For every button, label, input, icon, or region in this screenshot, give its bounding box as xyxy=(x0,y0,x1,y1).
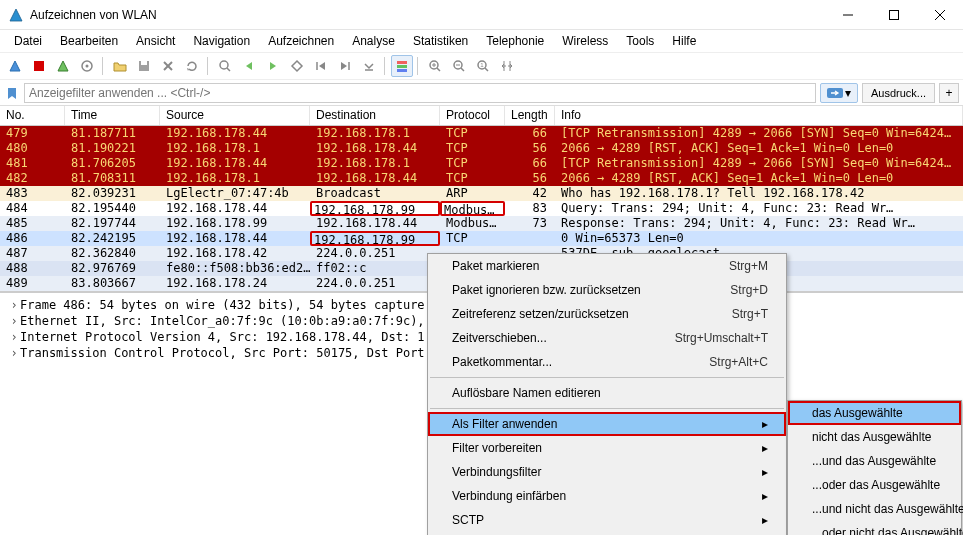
titlebar: Aufzeichnen von WLAN xyxy=(0,0,963,30)
svg-rect-17 xyxy=(397,65,407,68)
packet-row[interactable]: 48081.190221192.168.178.1192.168.178.44T… xyxy=(0,141,963,156)
context-menu-item[interactable]: Verbindungsfilter▸ xyxy=(428,460,786,484)
packet-row[interactable]: 48582.197744192.168.178.99192.168.178.44… xyxy=(0,216,963,231)
svg-line-12 xyxy=(227,68,230,71)
packet-row[interactable]: 48181.706205192.168.178.44192.168.178.1T… xyxy=(0,156,963,171)
col-header-time[interactable]: Time xyxy=(65,106,160,125)
context-menu-item[interactable]: Paket markierenStrg+M xyxy=(428,254,786,278)
go-last-icon[interactable] xyxy=(334,55,356,77)
context-menu-item[interactable]: Verbindung einfärben▸ xyxy=(428,484,786,508)
chevron-right-icon[interactable]: › xyxy=(8,329,20,345)
context-submenu-item[interactable]: ...und das Ausgewählte xyxy=(788,449,961,473)
apply-filter-button[interactable]: ▾ xyxy=(820,83,858,103)
menu-navigation[interactable]: Navigation xyxy=(185,32,258,50)
go-to-packet-icon[interactable] xyxy=(286,55,308,77)
svg-rect-4 xyxy=(34,61,44,71)
reload-icon[interactable] xyxy=(181,55,203,77)
context-menu-item[interactable]: Auflösbare Namen editieren xyxy=(428,381,786,405)
add-filter-button[interactable]: + xyxy=(939,83,959,103)
context-menu-item[interactable]: Paket ignorieren bzw. zurücksetzenStrg+D xyxy=(428,278,786,302)
zoom-in-icon[interactable] xyxy=(424,55,446,77)
context-submenu-item[interactable]: ...oder nicht das Ausgewählte xyxy=(788,521,961,535)
context-submenu-item[interactable]: ...und nicht das Ausgewählte xyxy=(788,497,961,521)
zoom-reset-icon[interactable]: 1 xyxy=(472,55,494,77)
packet-row[interactable]: 48281.708311192.168.178.1192.168.178.44T… xyxy=(0,171,963,186)
chevron-right-icon[interactable]: › xyxy=(8,345,20,361)
menu-statistiken[interactable]: Statistiken xyxy=(405,32,476,50)
svg-line-28 xyxy=(485,68,488,71)
context-menu-item[interactable]: SCTP▸ xyxy=(428,508,786,532)
go-first-icon[interactable] xyxy=(310,55,332,77)
zoom-out-icon[interactable] xyxy=(448,55,470,77)
save-file-icon[interactable] xyxy=(133,55,155,77)
packet-row[interactable]: 48682.242195192.168.178.44192.168.178.99… xyxy=(0,231,963,246)
svg-rect-18 xyxy=(397,69,407,72)
context-menu-item[interactable]: Als Filter anwenden▸ xyxy=(428,412,786,436)
packet-row[interactable]: 48382.039231LgElectr_07:47:4bBroadcastAR… xyxy=(0,186,963,201)
svg-line-25 xyxy=(461,68,464,71)
packet-row[interactable]: 47981.187711192.168.178.44192.168.178.1T… xyxy=(0,126,963,141)
bookmark-filter-icon[interactable] xyxy=(4,85,20,101)
colorize-icon[interactable] xyxy=(391,55,413,77)
find-icon[interactable] xyxy=(214,55,236,77)
start-capture-icon[interactable] xyxy=(4,55,26,77)
detail-tcp[interactable]: Transmission Control Protocol, Src Port:… xyxy=(20,345,425,361)
col-header-destination[interactable]: Destination xyxy=(310,106,440,125)
open-file-icon[interactable] xyxy=(109,55,131,77)
minimize-button[interactable] xyxy=(825,0,871,30)
svg-text:1: 1 xyxy=(480,62,484,68)
go-back-icon[interactable] xyxy=(238,55,260,77)
packet-row[interactable]: 48482.195440192.168.178.44192.168.178.99… xyxy=(0,201,963,216)
col-header-info[interactable]: Info xyxy=(555,106,963,125)
autoscroll-icon[interactable] xyxy=(358,55,380,77)
chevron-right-icon[interactable]: › xyxy=(8,297,20,313)
svg-point-11 xyxy=(220,61,228,69)
context-menu-item[interactable]: Filter vorbereiten▸ xyxy=(428,436,786,460)
context-menu-item[interactable]: Zeitverschieben...Strg+Umschalt+T xyxy=(428,326,786,350)
menu-tools[interactable]: Tools xyxy=(618,32,662,50)
filterbar: ▾ Ausdruck... + xyxy=(0,80,963,106)
context-submenu-item[interactable]: nicht das Ausgewählte xyxy=(788,425,961,449)
svg-rect-16 xyxy=(397,61,407,64)
app-icon xyxy=(8,7,24,23)
close-file-icon[interactable] xyxy=(157,55,179,77)
chevron-right-icon[interactable]: › xyxy=(8,313,20,329)
display-filter-input[interactable] xyxy=(24,83,816,103)
detail-frame[interactable]: Frame 486: 54 bytes on wire (432 bits), … xyxy=(20,297,425,313)
stop-capture-icon[interactable] xyxy=(28,55,50,77)
context-menu-item[interactable]: Zeitreferenz setzen/zurücksetzenStrg+T xyxy=(428,302,786,326)
resize-columns-icon[interactable] xyxy=(496,55,518,77)
capture-options-icon[interactable] xyxy=(76,55,98,77)
close-button[interactable] xyxy=(917,0,963,30)
menu-wireless[interactable]: Wireless xyxy=(554,32,616,50)
menu-hilfe[interactable]: Hilfe xyxy=(664,32,704,50)
restart-capture-icon[interactable] xyxy=(52,55,74,77)
svg-rect-8 xyxy=(141,61,147,65)
detail-ip[interactable]: Internet Protocol Version 4, Src: 192.16… xyxy=(20,329,425,345)
svg-rect-1 xyxy=(890,10,899,19)
menu-aufzeichnen[interactable]: Aufzeichnen xyxy=(260,32,342,50)
expression-button[interactable]: Ausdruck... xyxy=(862,83,935,103)
packet-list-header: No. Time Source Destination Protocol Len… xyxy=(0,106,963,126)
col-header-source[interactable]: Source xyxy=(160,106,310,125)
context-menu-item[interactable]: Paketkommentar...Strg+Alt+C xyxy=(428,350,786,374)
go-forward-icon[interactable] xyxy=(262,55,284,77)
context-submenu-item[interactable]: das Ausgewählte xyxy=(788,401,961,425)
window-title: Aufzeichnen von WLAN xyxy=(30,8,825,22)
col-header-no[interactable]: No. xyxy=(0,106,65,125)
toolbar: 1 xyxy=(0,52,963,80)
menu-analyse[interactable]: Analyse xyxy=(344,32,403,50)
menu-datei[interactable]: Datei xyxy=(6,32,50,50)
menu-ansicht[interactable]: Ansicht xyxy=(128,32,183,50)
col-header-length[interactable]: Length xyxy=(505,106,555,125)
context-submenu-item[interactable]: ...oder das Ausgewählte xyxy=(788,473,961,497)
maximize-button[interactable] xyxy=(871,0,917,30)
context-submenu: das Ausgewähltenicht das Ausgewählte...u… xyxy=(787,400,962,535)
svg-line-22 xyxy=(437,68,440,71)
menu-telephonie[interactable]: Telephonie xyxy=(478,32,552,50)
context-menu: Paket markierenStrg+MPaket ignorieren bz… xyxy=(427,253,787,535)
menu-bearbeiten[interactable]: Bearbeiten xyxy=(52,32,126,50)
detail-ethernet[interactable]: Ethernet II, Src: IntelCor_a0:7f:9c (10:… xyxy=(20,313,425,329)
col-header-protocol[interactable]: Protocol xyxy=(440,106,505,125)
svg-point-6 xyxy=(86,65,89,68)
